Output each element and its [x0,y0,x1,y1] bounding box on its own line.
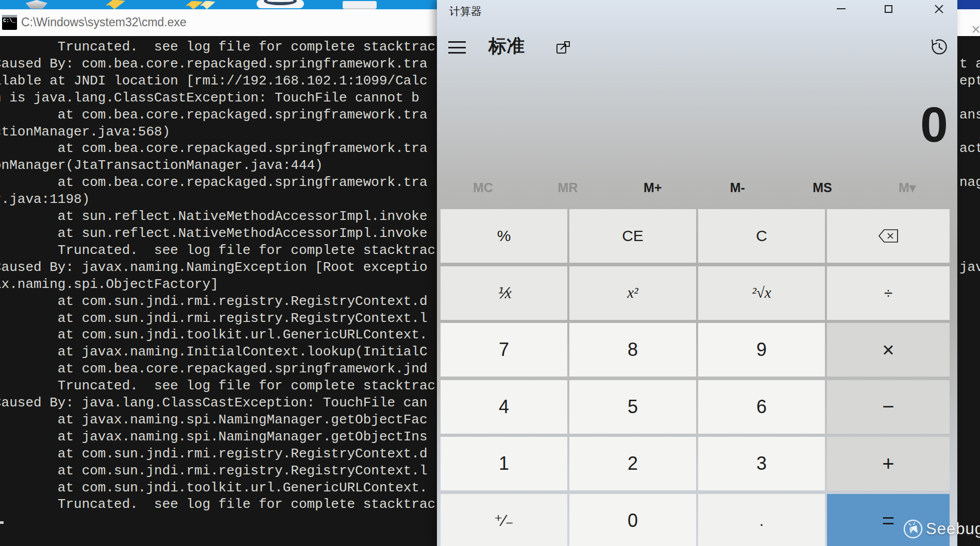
history-icon[interactable] [930,37,949,57]
memory-button-mr[interactable]: MR [526,177,611,198]
seebug-logo-icon [903,519,923,539]
memory-button-ms[interactable]: MS [780,177,865,198]
close-icon [934,4,944,14]
key-clear-entry[interactable]: CE [569,209,696,263]
maximize-icon [885,5,892,13]
key-percent[interactable]: % [441,209,567,263]
seebug-watermark: Seebug [903,519,980,539]
maximize-button[interactable] [876,0,900,18]
lightning-icon[interactable] [106,0,125,9]
package-icon[interactable] [26,0,47,9]
console-text: Truncated. see log file for complete sta… [0,39,435,513]
calculator-title: 计算器 [449,4,482,19]
cmd-window-title: C:\Windows\system32\cmd.exe [21,15,187,29]
key-nine[interactable]: 9 [698,323,825,377]
seebug-watermark-text: Seebug [926,520,980,538]
key-three[interactable]: 3 [698,437,825,490]
key-negate[interactable]: ⁺∕₋ [441,494,567,546]
console-right-fragment: t aw [959,56,980,73]
key-seven[interactable]: 7 [441,323,567,377]
console-right-fragment: epti [959,73,980,90]
key-square[interactable]: x² [569,266,696,320]
console-right-fragment: ansa [959,107,980,124]
window-app-icon[interactable] [343,1,377,9]
key-zero[interactable]: 0 [569,494,696,546]
key-five[interactable]: 5 [569,380,696,434]
key-four[interactable]: 4 [441,380,567,434]
key-multiply[interactable]: × [827,323,950,377]
memory-button-m+[interactable]: M+ [610,177,695,198]
key-add[interactable]: + [827,437,950,490]
keep-on-top-icon[interactable] [555,40,571,56]
cmd-icon: C:\_ [2,15,17,30]
minimize-icon [837,8,846,9]
minimize-button[interactable] [829,0,853,18]
key-backspace[interactable] [827,209,950,263]
key-subtract[interactable]: − [827,380,950,434]
memory-button-m[interactable]: M▾ [865,177,950,198]
calculator-window: 计算器 标准 0 MCMRM+M-MSM▾ %CEC⅟xx²²√x÷789×45… [437,0,957,546]
close-button[interactable] [927,0,951,18]
calculator-display: 0 [639,98,948,151]
backspace-icon [877,228,899,244]
key-square-root[interactable]: ²√x [698,266,825,320]
key-divide[interactable]: ÷ [827,266,950,320]
menu-icon[interactable] [448,41,466,54]
console-right-fragment: acti [959,140,980,157]
console-right-fragment: nage [959,174,980,191]
round-app-icon[interactable] [257,0,304,8]
memory-button-mc[interactable]: MC [441,177,526,198]
key-six[interactable]: 6 [698,380,825,434]
key-reciprocal[interactable]: ⅟x [441,266,567,320]
double-lightning-icon[interactable] [185,1,203,9]
memory-row: MCMRM+M-MSM▾ [441,177,950,198]
key-two[interactable]: 2 [569,437,696,490]
cmd-close-icon[interactable]: × [968,22,980,37]
key-clear[interactable]: C [698,209,825,263]
key-decimal[interactable]: . [698,494,825,546]
console-cursor [0,521,4,524]
memory-button-m-[interactable]: M- [695,177,780,198]
key-eight[interactable]: 8 [569,323,696,377]
key-one[interactable]: 1 [441,437,567,490]
console-right-fragment: jav [959,259,980,276]
calculator-mode-label: 标准 [488,34,525,58]
